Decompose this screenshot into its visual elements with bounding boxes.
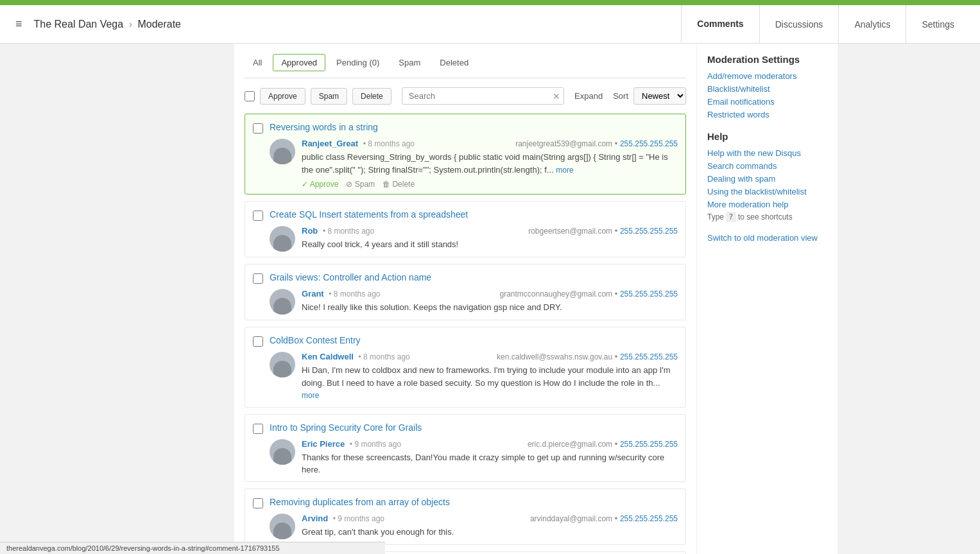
tab-settings[interactable]: Settings (906, 5, 970, 43)
comment-email: eric.d.pierce@gmail.com (528, 440, 612, 449)
comment-meta: Ken Caldwell • 8 months ago ken.caldwell… (302, 352, 678, 361)
comment-more-link[interactable]: more (302, 391, 319, 400)
comment-author[interactable]: Ken Caldwell (302, 352, 354, 361)
comment-checkbox[interactable] (253, 211, 263, 221)
avatar (270, 226, 295, 252)
comment-time: • 9 months ago (333, 514, 384, 523)
sidebar-link-more-moderation-help[interactable]: More moderation help (707, 200, 827, 209)
comment-header: Removing duplicates from an array of obj… (253, 497, 678, 508)
sidebar-link-search-commands[interactable]: Search commands (707, 161, 827, 171)
tab-analytics[interactable]: Analytics (838, 5, 906, 43)
comment-ip[interactable]: 255.255.255.255 (620, 440, 678, 449)
comment-text: Great tip, can't thank you enough for th… (302, 526, 678, 539)
action-approve-button[interactable]: ✓ Approve (302, 180, 338, 189)
comment-email: grantmcconnaughey@gmail.com (500, 290, 613, 299)
sidebar-link-email-notifications[interactable]: Email notifications (707, 97, 827, 107)
comment-checkbox[interactable] (253, 123, 263, 134)
tab-comments[interactable]: Comments (681, 5, 759, 43)
spam-button[interactable]: Spam (311, 88, 347, 105)
comments-list: Reversing words in a string Ranjeet_Grea… (245, 114, 686, 554)
comment-ip[interactable]: 255.255.255.255 (620, 139, 678, 148)
filter-tab-pending[interactable]: Pending (0) (328, 54, 388, 71)
select-all-checkbox[interactable] (245, 91, 255, 101)
comment-checkbox[interactable] (253, 498, 263, 508)
tab-discussions[interactable]: Discussions (759, 5, 839, 43)
main-layout: All Approved Pending (0) Spam Deleted Ap… (0, 44, 980, 554)
comment-checkbox[interactable] (253, 273, 263, 284)
comment-author-time: Ken Caldwell • 8 months ago (302, 352, 410, 361)
comment-body: Eric Pierce • 9 months ago eric.d.pierce… (253, 439, 678, 476)
search-clear-button[interactable]: ✕ (553, 91, 560, 101)
comment-meta: Grant • 8 months ago grantmcconnaughey@g… (302, 289, 678, 299)
comment-email: ranjeetgreat539@gmail.com (515, 139, 612, 148)
avatar-figure (273, 148, 291, 164)
comment-header: Reversing words in a string (253, 122, 678, 134)
comment-contact: robgeertsen@gmail.com • 255.255.255.255 (528, 226, 678, 236)
comment-body: Ranjeet_Great • 8 months ago ranjeetgrea… (253, 139, 678, 189)
sidebar-link-blacklist-whitelist[interactable]: Blacklist/whitelist (707, 84, 827, 94)
green-bar (0, 0, 980, 5)
comment-author[interactable]: Rob (302, 226, 318, 236)
comment-detail: Arvind • 9 months ago arvinddayal@gmail.… (302, 514, 678, 539)
comment-text: Thanks for these screencasts, Dan!You ma… (302, 451, 678, 476)
switch-section: Switch to old moderation view (707, 233, 827, 243)
comment-title[interactable]: ColdBox Contest Entry (270, 335, 361, 345)
comment-author[interactable]: Grant (302, 289, 324, 299)
sidebar-link-using-blacklist-whitelist[interactable]: Using the blacklist/whitelist (707, 187, 827, 196)
hamburger-button[interactable]: ≡ (10, 15, 28, 33)
comment-title[interactable]: Removing duplicates from an array of obj… (270, 497, 450, 507)
page-name: Moderate (137, 19, 181, 30)
sidebar-link-dealing-with-spam[interactable]: Dealing with spam (707, 174, 827, 184)
status-bar: therealdanvega.com/blog/2010/6/29/revers… (0, 542, 385, 554)
comment-ip[interactable]: 255.255.255.255 (620, 290, 678, 299)
action-delete-button[interactable]: 🗑 Delete (383, 180, 415, 189)
header-title: The Real Dan Vega › Moderate (34, 19, 181, 30)
comment-author[interactable]: Ranjeet_Great (302, 139, 358, 148)
avatar (270, 139, 295, 164)
sort-select[interactable]: Newest Oldest Best (633, 87, 686, 105)
sidebar-link-add-remove-moderators[interactable]: Add/remove moderators (707, 71, 827, 81)
comment-checkbox[interactable] (253, 424, 263, 434)
comment-ip[interactable]: 255.255.255.255 (620, 227, 678, 236)
filter-tab-deleted[interactable]: Deleted (431, 54, 477, 71)
sidebar-link-restricted-words[interactable]: Restricted words (707, 110, 827, 119)
comment-actions: ✓ Approve ⊘ Spam 🗑 Delete (302, 180, 678, 189)
comment-item: Create SQL Insert statements from a spre… (245, 201, 686, 257)
comment-title[interactable]: Intro to Spring Security Core for Grails (270, 422, 422, 433)
status-bar-url: therealdanvega.com/blog/2010/6/29/revers… (6, 544, 280, 552)
search-input[interactable] (402, 87, 564, 105)
comment-checkbox[interactable] (253, 336, 263, 347)
comment-more-link[interactable]: more (556, 166, 573, 175)
comment-author-time: Eric Pierce • 9 months ago (302, 439, 401, 449)
comment-ip[interactable]: 255.255.255.255 (620, 514, 678, 523)
filter-tab-all[interactable]: All (245, 54, 270, 71)
breadcrumb-separator: › (129, 19, 132, 30)
comment-detail: Ranjeet_Great • 8 months ago ranjeetgrea… (302, 139, 678, 189)
comment-body: Arvind • 9 months ago arvinddayal@gmail.… (253, 514, 678, 539)
comment-meta: Eric Pierce • 9 months ago eric.d.pierce… (302, 439, 678, 449)
avatar-figure (273, 448, 291, 465)
comment-body: Ken Caldwell • 8 months ago ken.caldwell… (253, 352, 678, 402)
comment-author[interactable]: Eric Pierce (302, 439, 345, 449)
sidebar-link-switch-old-view[interactable]: Switch to old moderation view (707, 233, 827, 243)
comment-title[interactable]: Reversing words in a string (270, 122, 378, 132)
avatar-figure (273, 523, 291, 539)
comment-author[interactable]: Arvind (302, 514, 328, 523)
sidebar-link-help-new-disqus[interactable]: Help with the new Disqus (707, 148, 827, 158)
comment-title[interactable]: Create SQL Insert statements from a spre… (270, 209, 468, 220)
comment-contact: eric.d.pierce@gmail.com • 255.255.255.25… (528, 439, 678, 449)
comment-title[interactable]: Grails views: Controller and Action name (270, 272, 431, 282)
comment-detail: Rob • 8 months ago robgeertsen@gmail.com… (302, 226, 678, 252)
comment-ip[interactable]: 255.255.255.255 (620, 352, 678, 361)
action-spam-button[interactable]: ⊘ Spam (346, 180, 375, 189)
search-wrapper: ✕ (402, 87, 564, 105)
comment-contact: ranjeetgreat539@gmail.com • 255.255.255.… (515, 139, 678, 148)
filter-tab-approved[interactable]: Approved (273, 54, 325, 71)
comment-body: Rob • 8 months ago robgeertsen@gmail.com… (253, 226, 678, 252)
comment-email: ken.caldwell@sswahs.nsw.gov.au (497, 352, 612, 361)
filter-tab-spam[interactable]: Spam (390, 54, 429, 71)
comment-detail: Ken Caldwell • 8 months ago ken.caldwell… (302, 352, 678, 402)
expand-button[interactable]: Expand (574, 91, 603, 101)
delete-button[interactable]: Delete (352, 88, 391, 105)
approve-button[interactable]: Approve (260, 88, 305, 105)
